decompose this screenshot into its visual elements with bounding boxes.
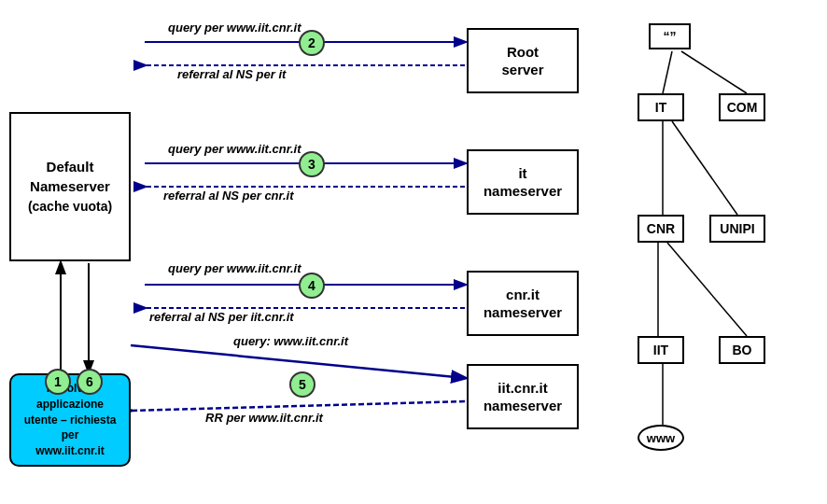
- it-nameserver-box: it nameserver: [467, 149, 579, 215]
- iitcnrit-nameserver-label: iit.cnr.it nameserver: [484, 379, 562, 415]
- tree-www-node: www: [638, 425, 684, 451]
- tree-root-node: “”: [649, 23, 691, 49]
- query4-label: query: www.iit.cnr.it: [233, 334, 348, 348]
- referral3-label: referral al NS per iit.cnr.it: [149, 310, 294, 324]
- root-server-box: Root server: [467, 28, 579, 93]
- tree-bo-node: BO: [719, 336, 765, 364]
- default-nameserver-box: DefaultNameserver(cache vuota): [9, 112, 131, 261]
- tree-cnr-node: CNR: [638, 215, 684, 243]
- circle-5: 5: [289, 371, 315, 398]
- rr-label: RR per www.iit.cnr.it: [205, 411, 323, 425]
- referral2-label: referral al NS per cnr.it: [163, 189, 293, 203]
- circle-6: 6: [77, 369, 103, 395]
- svg-line-13: [672, 121, 737, 215]
- svg-line-11: [681, 51, 747, 93]
- circle-1: 1: [45, 369, 71, 395]
- referral1-label: referral al NS per it: [177, 67, 286, 81]
- dns-label: DefaultNameserver(cache vuota): [28, 157, 112, 217]
- svg-line-10: [663, 51, 672, 93]
- circle-3: 3: [299, 151, 325, 177]
- circle-2: 2: [299, 30, 325, 56]
- tree-com-node: COM: [719, 93, 765, 121]
- tree-iit-node: IIT: [638, 336, 684, 364]
- cnrit-nameserver-label: cnr.it nameserver: [484, 286, 562, 322]
- root-server-label: Root server: [501, 43, 543, 79]
- svg-line-15: [667, 243, 747, 336]
- iitcnrit-nameserver-box: iit.cnr.it nameserver: [467, 364, 579, 429]
- query3-label: query per www.iit.cnr.it: [168, 261, 301, 275]
- query1-label: query per www.iit.cnr.it: [168, 21, 301, 35]
- circle-4: 4: [299, 273, 325, 299]
- svg-line-7: [131, 401, 465, 411]
- query2-label: query per www.iit.cnr.it: [168, 142, 301, 156]
- resolver-box: Resolver applicazione utente – richiesta…: [9, 373, 131, 467]
- it-nameserver-label: it nameserver: [484, 164, 562, 201]
- resolver-label: Resolver applicazione utente – richiesta…: [16, 381, 124, 459]
- cnrit-nameserver-box: cnr.it nameserver: [467, 271, 579, 336]
- tree-unipi-node: UNIPI: [709, 215, 765, 243]
- tree-it-node: IT: [638, 93, 684, 121]
